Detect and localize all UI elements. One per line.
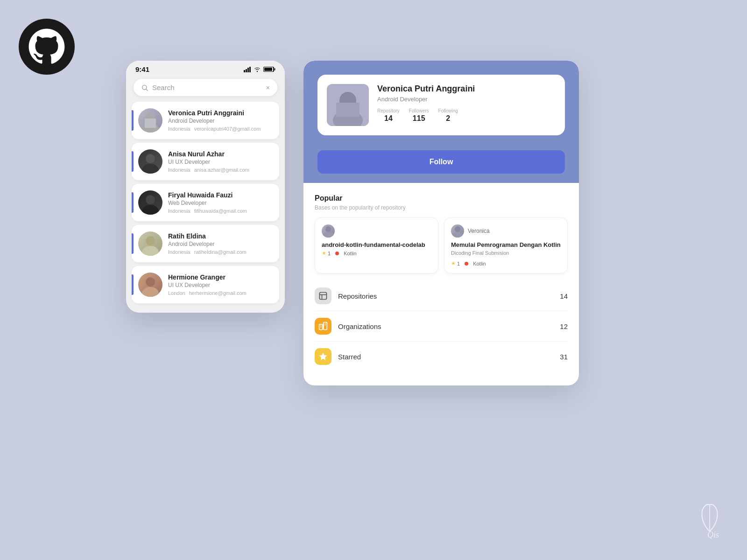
menu-item-organizations[interactable]: Organizations 12: [315, 311, 568, 342]
svg-point-15: [146, 154, 155, 163]
svg-point-18: [142, 205, 159, 215]
user-meta: Indonesia ratiheldina@gmail.com: [168, 249, 273, 255]
menu-label-repositories: Repositories: [338, 292, 560, 300]
profile-card: Veronica Putri Anggraini Android Develop…: [317, 75, 565, 135]
user-name: Veronica Putri Anggraini: [168, 109, 273, 117]
user-location: London: [168, 290, 185, 296]
header-spacer: [317, 135, 565, 143]
stat-repository-label: Repository: [377, 108, 400, 113]
organizations-icon: [315, 318, 331, 335]
avatar: [138, 149, 162, 174]
star-icon-svg: [318, 352, 328, 361]
svg-rect-14: [145, 119, 156, 128]
user-name: Hermione Granger: [168, 273, 273, 281]
svg-rect-26: [336, 103, 359, 117]
user-role: Android Developer: [168, 118, 273, 124]
stat-followers-value: 115: [413, 114, 425, 122]
avatar-image: [138, 231, 162, 256]
repo-user-name: Veronica: [468, 228, 490, 234]
user-meta: Indonesia anisa.azhar@gmail.com: [168, 167, 273, 173]
profile-name: Veronica Putri Anggraini: [377, 84, 556, 94]
menu-count-repositories: 14: [560, 292, 568, 300]
avatar: [138, 231, 162, 256]
battery-icon: [263, 66, 275, 72]
repo-card[interactable]: android-kotlin-fundamental-codelab ★ 1 K…: [315, 217, 438, 273]
list-item[interactable]: Anisa Nurul Azhar UI UX Developer Indone…: [132, 143, 279, 180]
svg-rect-31: [320, 293, 327, 300]
follow-button[interactable]: Follow: [317, 150, 565, 174]
search-bar[interactable]: Search ×: [134, 79, 277, 96]
svg-point-20: [142, 246, 159, 256]
stat-following: Following 2: [438, 108, 458, 123]
user-info: Hermione Granger UI UX Developer London …: [168, 273, 273, 296]
profile-stats: Repository 14 Followers 115 Following 2: [377, 108, 556, 123]
svg-point-21: [146, 277, 155, 287]
avatar-image: [138, 273, 162, 297]
user-info: Firyal Huwaida Fauzi Web Developer Indon…: [168, 191, 273, 214]
menu-item-starred[interactable]: Starred 31: [315, 342, 568, 371]
avatar: [138, 108, 162, 133]
menu-count-starred: 31: [560, 353, 568, 361]
user-email: ratiheldina@gmail.com: [194, 249, 247, 255]
watermark: Qis: [691, 501, 728, 541]
svg-rect-2: [246, 69, 247, 72]
svg-rect-4: [249, 67, 251, 72]
svg-point-0: [19, 19, 75, 75]
repo-meta: ★ 1 Kotlin: [451, 260, 561, 266]
user-role: UI UX Developer: [168, 282, 273, 288]
list-item[interactable]: Firyal Huwaida Fauzi Web Developer Indon…: [132, 184, 279, 221]
wifi-icon: [254, 67, 261, 72]
svg-point-19: [146, 236, 155, 245]
user-location: Indonesia: [168, 126, 190, 132]
avatar-image: [138, 149, 162, 174]
list-item[interactable]: Veronica Putri Anggraini Android Develop…: [132, 102, 279, 139]
svg-rect-35: [324, 322, 327, 330]
repo-avatar-image: [322, 224, 335, 238]
user-role: Web Developer: [168, 200, 273, 206]
user-name: Ratih Eldina: [168, 232, 273, 240]
repo-card-header: [322, 224, 431, 238]
svg-point-30: [452, 232, 463, 238]
svg-rect-1: [244, 70, 245, 72]
stat-followers: Followers 115: [409, 108, 429, 123]
svg-point-17: [146, 195, 155, 204]
star-icon: ★: [322, 250, 326, 256]
repo-card-header: Veronica: [451, 224, 561, 238]
repo-card[interactable]: Veronica Memulai Pemrograman Dengan Kotl…: [444, 217, 568, 273]
star-icon: ★: [451, 260, 456, 266]
repo-language: Kotlin: [344, 251, 357, 256]
svg-line-11: [146, 89, 148, 91]
user-role: Android Developer: [168, 241, 273, 247]
profile-details: Veronica Putri Anggraini Android Develop…: [377, 84, 556, 123]
search-clear-button[interactable]: ×: [266, 84, 270, 91]
menu-item-repositories[interactable]: Repositories 14: [315, 281, 568, 311]
search-input-placeholder: Search: [152, 84, 266, 91]
svg-rect-9: [264, 68, 272, 71]
user-location: Indonesia: [168, 208, 190, 214]
user-info: Veronica Putri Anggraini Android Develop…: [168, 109, 273, 132]
stat-following-value: 2: [446, 114, 450, 122]
user-meta: Indonesia veronicaputri407@gmail.com: [168, 126, 273, 132]
stat-following-label: Following: [438, 108, 458, 113]
status-time: 9:41: [135, 65, 149, 73]
svg-point-5: [257, 70, 258, 71]
menu-count-organizations: 12: [560, 322, 568, 330]
menu-label-organizations: Organizations: [338, 322, 560, 330]
svg-point-16: [142, 164, 159, 174]
profile-header: Veronica Putri Anggraini Android Develop…: [303, 61, 579, 143]
user-email: veronicaputri407@gmail.com: [194, 126, 261, 132]
stat-repository-value: 14: [384, 114, 393, 122]
list-item[interactable]: Hermione Granger UI UX Developer London …: [132, 266, 279, 303]
search-icon: [141, 84, 148, 91]
profile-avatar-image: [327, 84, 369, 126]
phone-left: 9:41: [126, 61, 285, 313]
user-name: Anisa Nurul Azhar: [168, 150, 273, 158]
list-item[interactable]: Ratih Eldina Android Developer Indonesia…: [132, 225, 279, 262]
user-list: Veronica Putri Anggraini Android Develop…: [126, 102, 285, 303]
star-count: 1: [328, 251, 331, 256]
repo-name: android-kotlin-fundamental-codelab: [322, 241, 431, 248]
popular-subtitle: Bases on the popularity of repository: [315, 204, 568, 211]
svg-rect-7: [275, 68, 275, 70]
repo-desc: Dicoding Final Submision: [451, 250, 561, 256]
user-role: UI UX Developer: [168, 159, 273, 165]
